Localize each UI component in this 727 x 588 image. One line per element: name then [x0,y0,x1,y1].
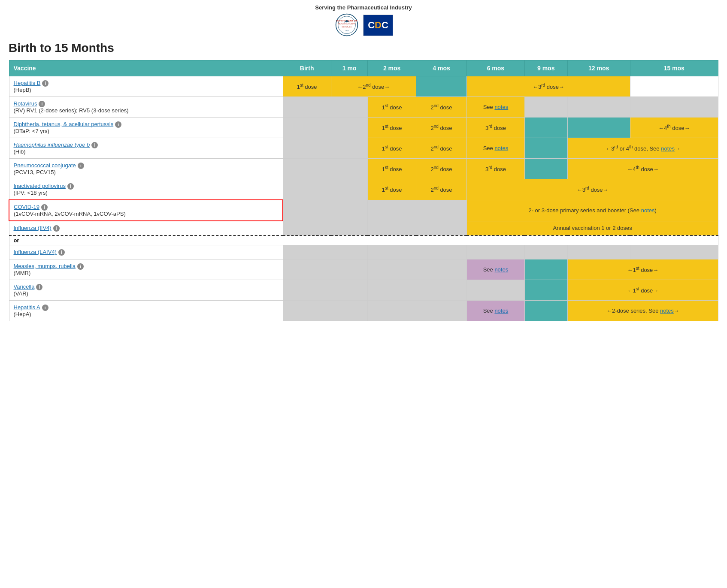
table-row: Diphtheria, tetanus, & acellular pertuss… [9,118,718,138]
cell-dtap-9mos [524,118,567,138]
cell-varicella-2mos [368,280,416,301]
cell-influenza_iiv4-4mos [416,221,467,235]
vaccine-link-hepa[interactable]: Hepatitis A [14,304,40,311]
info-icon-rotavirus[interactable]: i [39,101,45,107]
info-icon-ipv[interactable]: i [67,183,74,190]
cell-mmr-birth [283,259,331,280]
cell-ipv-2mos: 1st dose [368,179,416,200]
cell-influenza_iiv4-2mos [368,221,416,235]
cell-hepa-9mos [524,301,567,321]
top-header: Serving the Pharmaceutical Industry [9,4,718,11]
table-row: Influenza (LAIV4)i [9,245,718,259]
info-icon-hib[interactable]: i [91,142,98,148]
cell-covid19-1mo [331,200,368,221]
cdc-logo: CDC [363,15,393,36]
info-icon-hepa[interactable]: i [42,305,48,311]
vaccine-name-cell-dtap: Diphtheria, tetanus, & acellular pertuss… [9,118,283,138]
info-icon-pcv[interactable]: i [78,163,84,169]
table-row: Hepatitis Bi(HepB)1st dose←2nd dose→←3rd… [9,76,718,97]
cell-pcv-4mos: 2nd dose [416,159,467,179]
table-row: Measles, mumps, rubellai(MMR)See notes←1… [9,259,718,280]
info-icon-covid19[interactable]: i [41,204,48,211]
cell-rotavirus-6mos: See notes [467,97,524,118]
cell-hepb-6mos: ←3rd dose→ [467,76,630,97]
vaccine-link-influenza_laiv4[interactable]: Influenza (LAIV4) [14,249,57,255]
info-icon-varicella[interactable]: i [36,284,42,290]
svg-text:USA: USA [345,30,349,32]
vaccine-link-pcv[interactable]: Pneumococcal conjugate [14,162,76,169]
cell-covid19-birth [283,200,331,221]
info-icon-dtap[interactable]: i [115,121,121,128]
cell-hib-6mos: See notes [467,138,524,159]
cell-hib-1mo [331,138,368,159]
cell-covid19-4mos [416,200,467,221]
cell-varicella-4mos [416,280,467,301]
vaccine-link-rotavirus[interactable]: Rotavirus [14,100,37,107]
info-icon-influenza_iiv4[interactable]: i [53,225,60,232]
cell-mmr-4mos [416,259,467,280]
cell-hib-9mos [524,138,567,159]
vaccine-link-mmr[interactable]: Measles, mumps, rubella [14,263,76,269]
cell-hepb-birth: 1st dose [283,76,331,97]
vaccine-name-cell-hib: Haemophilus influenzae type bi(Hib) [9,138,283,159]
cell-influenza_laiv4-15mos [630,245,718,259]
cell-influenza_laiv4-12mos [567,245,630,259]
or-separator-row: or [9,235,718,245]
cell-hib-birth [283,138,331,159]
cell-influenza_laiv4-9mos [524,245,567,259]
col-header-4mos: 4 mos [416,60,467,76]
vaccine-sub-dtap: (DTaP: <7 yrs) [14,128,49,134]
cell-hepa-4mos [416,301,467,321]
table-row: Inactivated poliovirusi(IPV: <18 yrs)1st… [9,179,718,200]
cell-pcv-6mos: 3rd dose [467,159,524,179]
vaccine-sub-mmr: (MMR) [14,270,31,276]
cell-influenza_iiv4-birth [283,221,331,235]
info-icon-influenza_laiv4[interactable]: i [58,249,65,256]
svg-text:HEALTH & HUMAN: HEALTH & HUMAN [338,23,356,25]
cell-varicella-6mos [467,280,524,301]
vaccine-link-hepb[interactable]: Hepatitis B [14,80,41,86]
vaccine-link-varicella[interactable]: Varicella [14,283,35,290]
cell-influenza_laiv4-4mos [416,245,467,259]
vaccine-sub-ipv: (IPV: <18 yrs) [14,190,48,196]
cell-influenza_laiv4-2mos [368,245,416,259]
cell-rotavirus-15mos [630,97,718,118]
cell-pcv-9mos [524,159,567,179]
cell-pcv-2mos: 1st dose [368,159,416,179]
table-row: Rotavirusi(RV) RV1 (2-dose series); RV5 … [9,97,718,118]
vaccine-name-cell-influenza_iiv4: Influenza (IIV4)i [9,221,283,235]
cell-hepb-4mos [416,76,467,97]
vaccine-link-covid19[interactable]: COVID-19 [14,204,39,210]
vaccine-link-ipv[interactable]: Inactivated poliovirus [14,183,66,189]
cell-pcv-1mo [331,159,368,179]
cell-mmr-2mos [368,259,416,280]
cell-hepa-2mos [368,301,416,321]
cell-mmr-12mos: ←1st dose→ [567,259,718,280]
vaccine-link-hib[interactable]: Haemophilus influenzae type b [14,142,90,148]
cell-hepa-birth [283,301,331,321]
cell-mmr-6mos: See notes [467,259,524,280]
cell-ipv-birth [283,179,331,200]
page-title: Birth to 15 Months [9,41,718,55]
cell-dtap-4mos: 2nd dose [416,118,467,138]
vaccine-sub-varicella: (VAR) [14,290,28,297]
vaccine-sub-hepb: (HepB) [14,87,31,93]
vaccine-sub-rotavirus: (RV) RV1 (2-dose series); RV5 (3-dose se… [14,107,129,114]
cell-dtap-birth [283,118,331,138]
vaccine-schedule-table: Vaccine Birth 1 mo 2 mos 4 mos 6 mos 9 m… [9,60,718,321]
vaccine-name-cell-ipv: Inactivated poliovirusi(IPV: <18 yrs) [9,179,283,200]
info-icon-mmr[interactable]: i [77,263,84,270]
vaccine-link-influenza_iiv4[interactable]: Influenza (IIV4) [14,225,51,231]
col-header-15mos: 15 mos [630,60,718,76]
vaccine-link-dtap[interactable]: Diphtheria, tetanus, & acellular pertuss… [14,121,114,127]
vaccine-name-cell-hepb: Hepatitis Bi(HepB) [9,76,283,97]
cell-varicella-12mos: ←1st dose→ [567,280,718,301]
vaccine-name-cell-pcv: Pneumococcal conjugatei(PCV13, PCV15) [9,159,283,179]
col-header-6mos: 6 mos [467,60,524,76]
cell-dtap-15mos: ←4th dose→ [630,118,718,138]
cell-varicella-birth [283,280,331,301]
cell-rotavirus-birth [283,97,331,118]
vaccine-name-cell-hepa: Hepatitis Ai(HepA) [9,301,283,321]
cell-varicella-9mos [524,280,567,301]
info-icon-hepb[interactable]: i [42,80,48,87]
